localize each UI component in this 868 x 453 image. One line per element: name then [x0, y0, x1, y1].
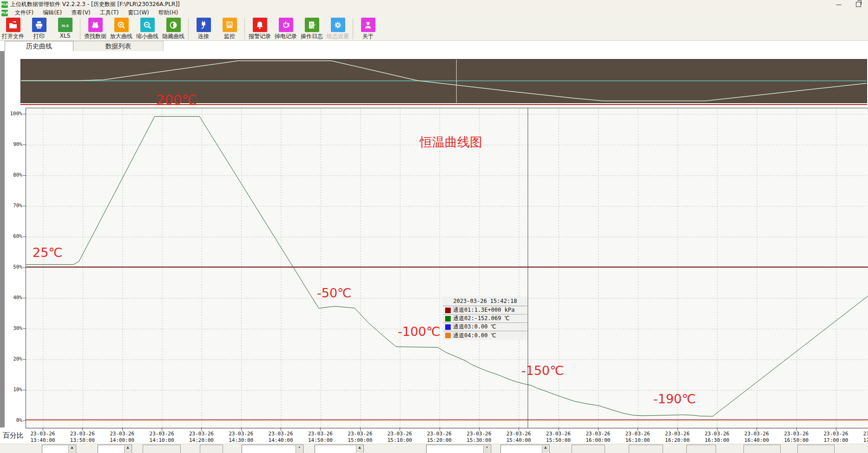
toolbar-separator: [188, 18, 189, 39]
tab-history-curve[interactable]: 历史曲线: [5, 41, 73, 51]
footer-button-12[interactable]: [797, 445, 835, 453]
numeric-stepper-7[interactable]: ▲: [500, 445, 550, 453]
minimize-icon: —: [836, 1, 842, 8]
x-tick-label: 23-03-2616:50:00: [777, 431, 816, 444]
x-tick-label: 23-03-2614:50:00: [301, 431, 340, 444]
toolbar-button-label: 查找数据: [84, 33, 106, 40]
main-chart-plot[interactable]: [26, 108, 868, 428]
overview-strip[interactable]: [20, 59, 867, 103]
x-tick-label: 23-03-2616:10:00: [618, 431, 657, 444]
y-tick-mark: [23, 175, 26, 176]
numeric-stepper-0[interactable]: ▲: [42, 445, 76, 453]
y-tick-label: 20%: [3, 356, 22, 362]
series-通道02: [26, 117, 868, 417]
annotation-0: 200℃: [156, 92, 197, 108]
plug-icon: [197, 18, 211, 32]
toolbar-button-gear[interactable]: 组态设置: [325, 18, 350, 40]
footer-button-10[interactable]: [686, 445, 716, 453]
person-icon: [361, 18, 375, 32]
x-tick-mark: [201, 427, 202, 431]
y-tick-label: 50%: [3, 264, 22, 270]
stepper-up-icon[interactable]: ▲: [356, 446, 363, 453]
tooltip-row-1: 通道02:-152.069 ℃: [443, 315, 527, 323]
overview-separator-line: [20, 104, 867, 105]
y-tick-label: 80%: [3, 172, 22, 178]
numeric-stepper-1[interactable]: ▲: [98, 445, 132, 453]
toolbar-button-binoculars[interactable]: 查找数据: [83, 18, 108, 40]
toolbar-button-person[interactable]: 关于: [355, 18, 381, 40]
grid-lines: [26, 108, 868, 428]
app-window: { "window": { "badge": "PLR", "title": "…: [0, 0, 868, 453]
zoom-out-icon: [140, 18, 155, 32]
y-tick-label: 90%: [3, 141, 22, 147]
minimize-button[interactable]: —: [829, 0, 848, 9]
bell-icon: [253, 18, 267, 32]
x-tick-mark: [559, 427, 559, 431]
numeric-stepper-5[interactable]: ▲: [315, 445, 364, 453]
x-tick-label: 23-03-2614:30:00: [222, 431, 261, 444]
channel-value-text: 通道02:-152.069 ℃: [453, 315, 510, 322]
toolbar-button-printer[interactable]: 打印: [26, 18, 52, 40]
channel-value-text: 通道01:1.3E+000 kPa: [453, 306, 514, 314]
y-tick-mark: [23, 298, 26, 298]
x-tick-mark: [320, 427, 321, 431]
toolbar-button-contrast[interactable]: 隐藏曲线: [161, 18, 186, 40]
y-tick-label: 60%: [3, 233, 22, 239]
title-bar: PLR 上位机数据管理软件 V2.2.2.3 - [历史数据 [F:\PLR\2…: [0, 0, 868, 9]
footer-button-11[interactable]: [743, 445, 781, 453]
cursor-tooltip: 2023-03-26 15:42:18 通道01:1.3E+000 kPa通道0…: [443, 296, 527, 340]
toolbar-button-xls[interactable]: XLSXLS: [53, 18, 78, 39]
printer-icon: [32, 18, 46, 32]
toolbar-button-open-file[interactable]: 打开文件: [0, 18, 26, 40]
dropdown-select-4[interactable]: ▾: [242, 445, 303, 453]
x-tick-mark: [122, 427, 123, 431]
chevron-down-icon[interactable]: ▾: [296, 446, 302, 453]
footer-button-2[interactable]: [143, 445, 181, 453]
stepper-up-icon[interactable]: ▲: [68, 446, 75, 453]
x-tick-label: 23-03-2614:00:00: [103, 431, 142, 444]
gear-icon: [331, 18, 345, 32]
menu-item-2[interactable]: 查看(V): [66, 9, 95, 17]
toolbar-button-zoom-out[interactable]: 缩小曲线: [135, 18, 160, 40]
toolbar-button-power[interactable]: 掉电记录: [273, 18, 298, 40]
dropdown-select-6[interactable]: ▾: [426, 445, 491, 453]
channel-color-swatch: [445, 324, 451, 330]
menu-item-5[interactable]: 帮助(H): [154, 9, 183, 17]
toolbar-button-zoom-in[interactable]: 放大曲线: [109, 18, 134, 40]
y-tick-mark: [23, 267, 26, 268]
y-tick-mark: [23, 420, 26, 421]
channel-color-swatch: [445, 308, 451, 313]
restore-button[interactable]: [848, 0, 868, 9]
document-icon: PLR: [1, 10, 8, 16]
tab-bar: 历史曲线 数据列表: [0, 41, 868, 51]
x-tick-mark: [796, 427, 797, 431]
footer-button-3[interactable]: [200, 445, 223, 453]
tab-data-list[interactable]: 数据列表: [73, 41, 164, 51]
stepper-up-icon[interactable]: ▲: [124, 446, 131, 453]
toolbar-button-plug[interactable]: 连接: [191, 18, 216, 40]
menu-item-4[interactable]: 窗口(W): [124, 9, 154, 17]
menu-item-0[interactable]: 文件(F): [10, 9, 38, 17]
stepper-up-icon[interactable]: ▲: [542, 446, 549, 453]
toolbar-button-laptop[interactable]: 监控: [217, 18, 242, 40]
toolbar-button-label: 打开文件: [2, 33, 24, 40]
footer-button-8[interactable]: [572, 445, 605, 453]
x-tick-label: 23-03-2615:40:00: [499, 431, 538, 444]
y-tick-label: 70%: [3, 203, 22, 209]
doc-edit-icon: [305, 18, 319, 32]
app-icon: PLR: [1, 1, 8, 8]
menu-item-3[interactable]: 工具(T): [95, 9, 124, 17]
toolbar-separator: [80, 18, 80, 39]
toolbar-button-doc-edit[interactable]: 操作日志: [299, 18, 324, 40]
toolbar-button-label: 关于: [362, 33, 374, 40]
toolbar-button-bell[interactable]: 报警记录: [247, 18, 272, 40]
y-tick-label: 10%: [3, 387, 22, 393]
x-tick-mark: [717, 427, 717, 431]
x-tick-mark: [677, 427, 678, 431]
y-tick-label: 0%: [3, 417, 22, 423]
footer-button-9[interactable]: [629, 445, 663, 453]
chevron-down-icon[interactable]: ▾: [483, 446, 490, 453]
toolbar-button-label: 监控: [224, 33, 235, 40]
menu-item-1[interactable]: 编辑(E): [38, 9, 66, 17]
y-tick-label: 40%: [3, 295, 22, 301]
